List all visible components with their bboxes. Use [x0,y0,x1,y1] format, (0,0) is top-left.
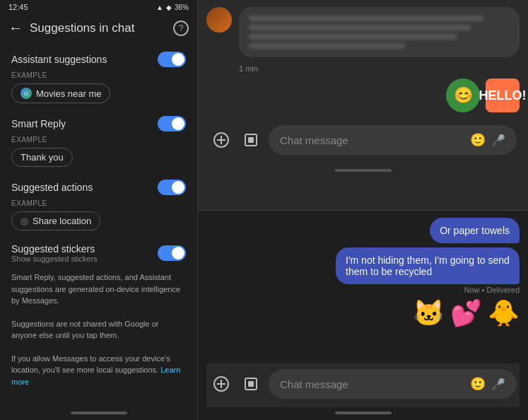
chat-placeholder-bottom: Chat message [280,378,348,390]
suggested-stickers-toggle[interactable] [158,245,186,261]
footer-text-2: Suggestions are not shared with Google o… [0,313,197,347]
sticker-green: 😊 [446,78,480,112]
wifi-icon: ◆ [166,4,172,11]
signal-icon: ▲ [156,4,163,11]
emoji-icon-top[interactable]: 🙂 [470,132,486,148]
input-right-icons-bottom: 🙂 🎤 [470,376,505,392]
suggested-stickers-label: Suggested stickers [11,243,98,255]
status-bar: 12:45 ▲ ◆ 36% [0,0,197,14]
blur-lines [249,16,510,49]
delivered-status: Now • Delivered [206,286,520,294]
chat-input-top[interactable]: Chat message 🙂 🎤 [269,125,517,155]
blur-line-2 [249,25,471,30]
blur-line-1 [249,16,483,21]
top-chat-panel: 1 min 😊 HELLO! [198,0,528,211]
back-button[interactable]: ← [8,20,23,36]
google-assistant-icon: G [20,88,32,99]
suggested-actions-label: Suggested actions [11,182,93,193]
blurred-bubble [239,7,520,57]
location-icon: ◎ [20,216,28,226]
blur-line-3 [249,34,457,40]
suggested-stickers-sublabel: Show suggested stickers [11,255,98,263]
left-panel: 12:45 ▲ ◆ 36% ← Suggestions in chat ? As… [0,0,198,420]
add-button-top[interactable] [209,128,233,152]
top-chat-input-bar: Chat message 🙂 🎤 [206,119,520,163]
smart-reply-toggle[interactable] [158,116,186,132]
sticker-chick: 🐥 [488,298,520,328]
suggested-actions-row: Suggested actions [0,173,197,198]
smart-reply-chip-text: Thank you [20,152,64,163]
help-button[interactable]: ? [173,21,189,36]
chat-placeholder-top: Chat message [280,134,348,146]
bottom-chat-input-bar: Chat message 🙂 🎤 [206,363,520,407]
suggested-actions-chip[interactable]: ◎ Share location [11,211,100,231]
svg-rect-4 [248,137,254,143]
smart-reply-row: Smart Reply [0,109,197,134]
avatar [206,7,232,33]
suggested-stickers-row: Suggested stickers Show suggested sticke… [0,236,197,266]
assistant-chip-text: Movies near me [36,88,101,99]
assistant-suggestions-row: Assistant suggestions [0,45,197,70]
sticker-row-bottom: 🐱 💕 🐥 [206,298,520,328]
suggested-actions-example-label: EXAMPLE [0,198,197,210]
smart-reply-example-label: EXAMPLE [0,134,197,146]
assistant-example-label: EXAMPLE [0,70,197,82]
blurred-message [206,7,520,57]
bottom-chat-panel: Or paper towels I'm not hiding them, I'm… [198,211,528,421]
footer-text-1: Smart Reply, suggested actions, and Assi… [0,266,197,313]
add-button-bottom[interactable] [209,372,233,396]
message-paper-towels: Or paper towels [430,218,520,243]
suggested-actions-toggle[interactable] [158,180,186,195]
right-panels: 1 min 😊 HELLO! [198,0,528,420]
sticker-row-top: 😊 HELLO! [206,78,520,112]
sent-messages: Or paper towels I'm not hiding them, I'm… [206,218,520,364]
sticker-face-icon: 😊 [454,86,473,105]
settings-content: Assistant suggestions EXAMPLE G Movies n… [0,42,197,406]
input-right-icons-top: 🙂 🎤 [470,132,505,148]
top-panel-nav-bar [335,169,392,172]
attach-button-bottom[interactable] [239,372,263,396]
battery-display: 36% [175,4,189,11]
chat-input-bottom[interactable]: Chat message 🙂 🎤 [269,369,517,399]
smart-reply-label: Smart Reply [11,118,66,129]
message-time: 1 min [239,64,520,73]
emoji-icon-bottom[interactable]: 🙂 [470,376,486,392]
sticker-hotdog: HELLO! [486,78,520,112]
sticker-heart: 💕 [450,298,482,328]
suggested-stickers-labels: Suggested stickers Show suggested sticke… [11,243,98,263]
message-recycled: I'm not hiding them, I'm going to send t… [336,247,520,284]
footer-text-3: If you allow Messages to access your dev… [0,347,197,394]
bottom-nav-indicator [335,412,392,414]
smart-reply-chip[interactable]: Thank you [11,148,73,167]
bottom-nav-bar [71,412,127,414]
assistant-suggestions-toggle[interactable] [158,52,186,67]
suggested-actions-chip-text: Share location [33,216,91,226]
blur-line-4 [249,43,405,49]
assistant-example-chip[interactable]: G Movies near me [11,83,110,103]
mic-icon-bottom[interactable]: 🎤 [491,378,505,391]
svg-rect-9 [248,381,254,387]
status-icons: ▲ ◆ 36% [156,4,189,11]
mic-icon-top[interactable]: 🎤 [491,134,505,147]
assistant-suggestions-label: Assistant suggestions [11,54,107,65]
hello-sticker-text: HELLO! [479,88,527,103]
time-display: 12:45 [8,3,28,11]
page-title: Suggestions in chat [30,21,166,35]
page-header: ← Suggestions in chat ? [0,14,197,42]
sticker-cat: 🐱 [413,298,445,328]
attach-button-top[interactable] [239,128,263,152]
